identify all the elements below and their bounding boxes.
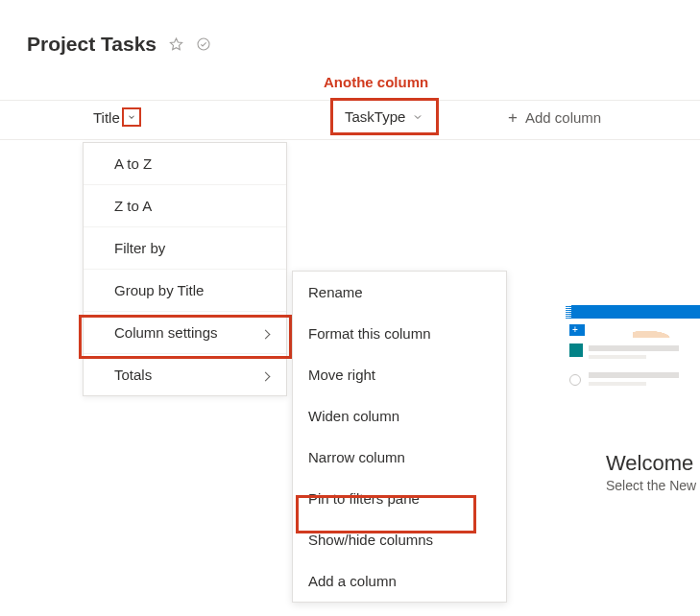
menu-item-label: Rename [308, 284, 363, 300]
menu-item-format-column[interactable]: Format this column [293, 313, 506, 354]
chevron-down-icon[interactable] [122, 107, 141, 127]
menu-item-filter-by[interactable]: Filter by [84, 227, 286, 270]
menu-item-widen-column[interactable]: Widen column [293, 395, 506, 437]
menu-item-group-by[interactable]: Group by Title [84, 270, 286, 312]
annotation-label: Anothe column [324, 74, 428, 90]
column-dropdown-menu: A to Z Z to A Filter by Group by Title C… [83, 142, 287, 396]
add-column-label: Add column [525, 109, 601, 126]
menu-item-label: Pin to filters pane [308, 490, 420, 507]
star-icon[interactable] [168, 36, 184, 53]
column-settings-submenu: Rename Format this column Move right Wid… [292, 271, 507, 603]
column-header-tasktype[interactable]: TaskType [330, 98, 439, 135]
menu-item-narrow-column[interactable]: Narrow column [293, 437, 506, 478]
welcome-title: Welcome [606, 451, 696, 476]
welcome-illustration: + [566, 305, 700, 420]
menu-item-totals[interactable]: Totals [84, 354, 286, 395]
plus-icon: + [508, 109, 518, 126]
welcome-subtitle: Select the New [606, 478, 696, 493]
menu-item-show-hide-columns[interactable]: Show/hide columns [293, 519, 506, 560]
menu-item-label: Show/hide columns [308, 532, 433, 548]
svg-point-0 [198, 38, 209, 50]
check-circle-icon[interactable] [196, 36, 211, 52]
menu-item-label: Totals [114, 367, 152, 383]
menu-item-label: A to Z [114, 155, 152, 172]
menu-item-label: Z to A [114, 198, 152, 214]
menu-item-label: Filter by [114, 240, 165, 256]
chevron-down-icon[interactable] [411, 110, 424, 124]
menu-item-z-to-a[interactable]: Z to A [84, 185, 286, 227]
menu-item-column-settings[interactable]: Column settings [84, 312, 286, 354]
menu-item-label: Format this column [308, 325, 431, 342]
page-title: Project Tasks [27, 33, 157, 56]
chevron-right-icon [262, 324, 269, 341]
chevron-right-icon [262, 367, 269, 383]
column-title-label: Title [93, 109, 120, 126]
menu-item-rename[interactable]: Rename [293, 272, 506, 313]
menu-item-pin-filters[interactable]: Pin to filters pane [293, 478, 506, 519]
menu-item-label: Narrow column [308, 449, 405, 465]
menu-item-add-column[interactable]: Add a column [293, 560, 506, 602]
menu-item-label: Group by Title [114, 282, 204, 298]
menu-item-label: Add a column [308, 573, 397, 589]
menu-item-label: Column settings [114, 324, 218, 341]
menu-item-a-to-z[interactable]: A to Z [84, 143, 286, 185]
menu-item-label: Widen column [308, 408, 399, 424]
menu-item-move-right[interactable]: Move right [293, 354, 506, 395]
add-column-button[interactable]: + Add column [508, 109, 601, 126]
column-tasktype-label: TaskType [345, 108, 405, 125]
menu-item-label: Move right [308, 367, 375, 383]
column-header-title[interactable]: Title [93, 107, 141, 127]
